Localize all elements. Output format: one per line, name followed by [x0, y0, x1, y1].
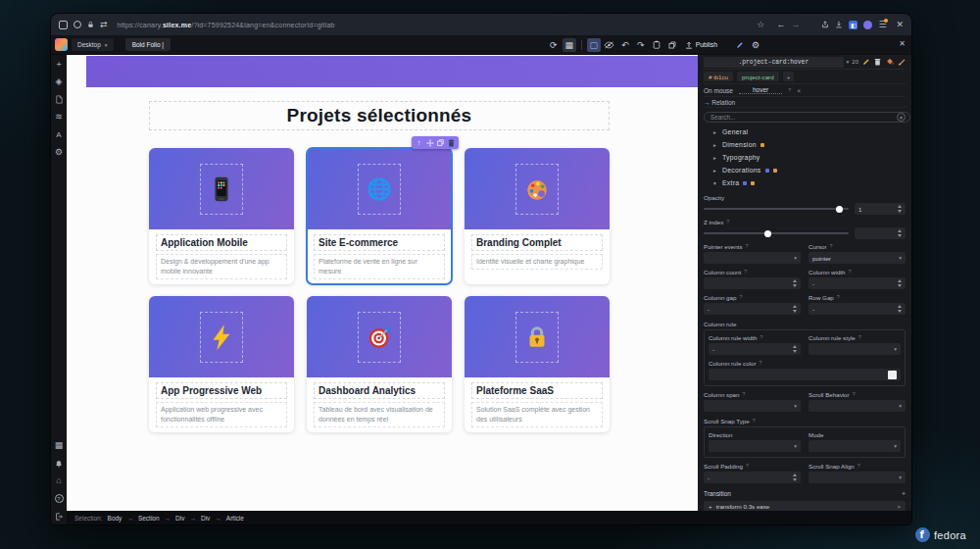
menu-icon[interactable]: ☰ — [878, 21, 886, 29]
stepper-icon[interactable] — [898, 229, 902, 237]
undo-icon[interactable]: ↶ — [618, 38, 632, 52]
project-card[interactable]: Application Mobile Design & développemen… — [149, 148, 294, 284]
color-swatch[interactable] — [888, 371, 897, 379]
blocks-icon[interactable]: ◈ — [53, 76, 65, 87]
target-icon[interactable] — [358, 312, 401, 363]
reload-icon[interactable] — [74, 21, 81, 28]
section-dimension[interactable]: ▸Dimension — [704, 138, 906, 151]
delete-trash-icon[interactable] — [447, 138, 456, 147]
lightning-icon[interactable] — [200, 312, 243, 363]
sync-icon[interactable]: ⟳ — [547, 38, 561, 52]
breadcrumb-item[interactable]: Div — [201, 515, 210, 522]
extension-icon[interactable]: ◧ — [849, 21, 858, 29]
column-rule-color-input[interactable] — [709, 369, 901, 380]
column-rule-width-input[interactable]: - — [709, 343, 801, 355]
project-card[interactable]: App Progressive Web Application web prog… — [149, 296, 294, 432]
download-icon[interactable] — [835, 21, 843, 28]
stepper-icon[interactable] — [793, 345, 797, 353]
z-index-slider[interactable] — [704, 232, 849, 234]
bookmark-star-icon[interactable]: ☆ — [757, 21, 764, 29]
column-count-input[interactable] — [704, 277, 801, 289]
scroll-padding-input[interactable]: - — [704, 472, 801, 483]
palette-icon[interactable] — [515, 164, 559, 215]
stepper-icon[interactable] — [898, 205, 902, 213]
add-transition-icon[interactable]: + — [902, 490, 906, 497]
account-icon[interactable] — [863, 21, 872, 29]
brush-icon[interactable] — [897, 58, 906, 67]
stepper-icon[interactable] — [793, 305, 797, 313]
add-element-icon[interactable]: ＋ — [53, 59, 65, 70]
cms-layers-icon[interactable]: ≋ — [53, 112, 65, 123]
card-title[interactable]: App Progressive Web — [156, 382, 287, 399]
help-icon[interactable]: ? — [53, 493, 65, 504]
home-icon[interactable]: ⌂ — [53, 475, 65, 486]
stepper-icon[interactable] — [898, 305, 902, 313]
card-description[interactable]: Plateforme de vente en ligne sur mesure — [314, 254, 445, 279]
card-title[interactable]: Dashboard Analytics — [314, 382, 445, 399]
paint-bucket-icon[interactable] — [885, 58, 894, 67]
move-icon[interactable] — [425, 138, 434, 147]
card-description[interactable]: Application web progressive avec fonctio… — [156, 402, 287, 427]
transition-item[interactable]: + transform 0.3s ease × — [704, 501, 906, 511]
slider-knob[interactable] — [764, 230, 771, 237]
column-width-input[interactable]: - — [808, 277, 906, 289]
snap-direction-select[interactable]: ▾ — [709, 440, 801, 452]
project-card[interactable]: Plateforme SaaS Solution SaaS complète a… — [465, 296, 610, 432]
row-gap-input[interactable]: - — [808, 303, 906, 315]
section-decorations[interactable]: ▸Decorations — [704, 164, 906, 176]
keyboard-icon[interactable]: ▦ — [53, 440, 65, 451]
section-typography[interactable]: ▸Typography — [704, 151, 906, 164]
section-general[interactable]: ▸General — [704, 125, 906, 138]
tab-overview-icon[interactable] — [59, 21, 68, 29]
pointer-events-select[interactable]: ▾ — [704, 252, 801, 264]
column-gap-input[interactable]: - — [704, 303, 801, 315]
properties-toggle-icon[interactable] — [733, 38, 747, 52]
add-class-button[interactable]: + — [783, 72, 795, 81]
stepper-icon[interactable] — [793, 474, 797, 481]
device-select[interactable]: Desktop▾ — [72, 38, 114, 51]
section-title-box[interactable]: Projets sélectionnés — [149, 101, 610, 130]
section-extra[interactable]: ▾Extra — [704, 176, 906, 189]
edit-style-pencil-icon[interactable] — [861, 58, 870, 67]
hide-elements-icon[interactable] — [603, 38, 616, 52]
drag-handle-icon[interactable]: + — [709, 503, 712, 510]
select-tool-icon[interactable]: ▢ — [587, 38, 601, 52]
lock-emoji-icon[interactable] — [515, 312, 559, 363]
globe-icon[interactable] — [358, 164, 401, 215]
opacity-slider[interactable] — [704, 208, 849, 210]
gear-icon[interactable]: ⚙ — [749, 38, 762, 52]
opacity-input[interactable]: 1 — [855, 203, 906, 215]
copy-icon[interactable] — [665, 38, 679, 52]
back-icon[interactable]: ← — [776, 21, 785, 29]
card-description[interactable]: Identité visuelle et charte graphique — [471, 254, 603, 270]
pseudo-class-value[interactable]: hover — [739, 86, 782, 94]
card-description[interactable]: Design & développement d'une app mobile … — [156, 254, 287, 279]
symbols-gears-icon[interactable]: ⚙ — [53, 147, 65, 158]
project-card-selected[interactable]: Site E-commerce Plateforme de vente en l… — [307, 148, 452, 284]
publish-button[interactable]: Publish — [681, 41, 721, 49]
grid-view-icon[interactable]: ▦ — [563, 38, 576, 52]
card-title[interactable]: Plateforme SaaS — [471, 382, 603, 399]
pages-icon[interactable] — [53, 94, 65, 105]
breadcrumb-item[interactable]: Article — [226, 515, 244, 522]
project-card[interactable]: Branding Complet Identité visuelle et ch… — [465, 148, 610, 284]
logout-icon[interactable] — [53, 511, 65, 522]
delete-style-trash-icon[interactable] — [873, 58, 882, 67]
url-bar[interactable]: https://canary.silex.me/?id=75992524&lan… — [118, 22, 335, 28]
redo-icon[interactable]: ↷ — [634, 38, 648, 52]
scroll-snap-align-select[interactable]: ▾ — [808, 472, 906, 483]
relation-row[interactable]: → Relation — [704, 97, 906, 108]
swap-icon[interactable]: ⇄ — [100, 21, 108, 29]
remove-item-icon[interactable]: × — [897, 503, 901, 510]
search-input[interactable] — [704, 112, 910, 123]
id-tag[interactable]: # ib1cu — [704, 72, 733, 81]
lock-icon[interactable] — [87, 21, 94, 28]
close-window-icon[interactable]: ✕ — [896, 21, 904, 29]
class-tag[interactable]: project-card — [737, 72, 779, 81]
snap-mode-select[interactable]: ▾ — [808, 440, 901, 452]
clear-pseudo-icon[interactable]: × — [797, 87, 801, 94]
design-canvas[interactable]: Projets sélectionnés ↑ — [67, 55, 698, 511]
style-selector-dropdown[interactable]: .project-card:hover — [704, 57, 844, 68]
column-rule-style-select[interactable]: ▾ — [808, 343, 901, 355]
page-name-input[interactable]: Bold Folio | — [125, 38, 171, 51]
